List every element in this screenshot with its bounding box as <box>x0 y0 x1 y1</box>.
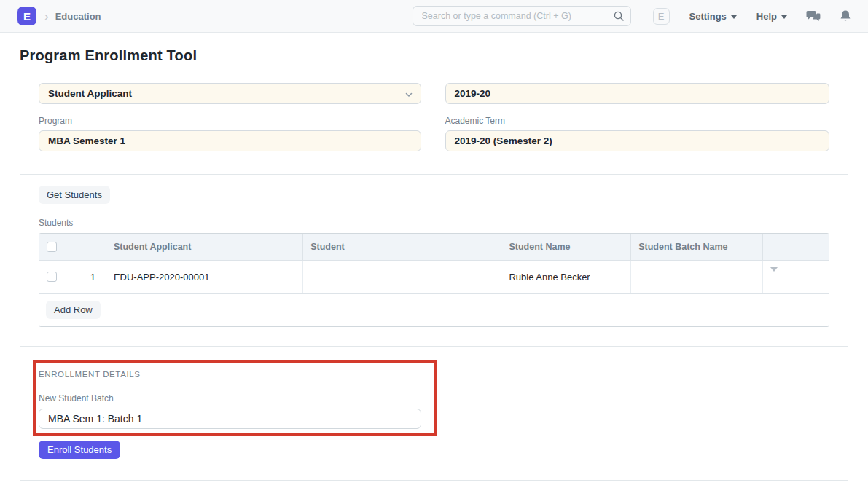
enrollment-section: ENROLLMENT DETAILS New Student Batch Enr… <box>20 347 848 480</box>
new-student-batch-label: New Student Batch <box>39 393 829 403</box>
settings-menu[interactable]: Settings <box>689 11 737 22</box>
cell-student-name[interactable]: Rubie Anne Becker <box>501 260 631 293</box>
students-grid: Student Applicant Student Student Name S… <box>39 233 829 327</box>
enrollment-details-heading: ENROLLMENT DETAILS <box>39 370 829 379</box>
academic-year-value: 2019-20 <box>455 88 491 99</box>
get-students-button[interactable]: Get Students <box>39 186 110 204</box>
academic-year-field[interactable]: 2019-20 <box>445 83 830 104</box>
new-student-batch-input[interactable] <box>39 409 421 429</box>
program-label: Program <box>39 116 423 126</box>
settings-label: Settings <box>689 11 727 22</box>
search-input[interactable] <box>413 6 631 26</box>
filters-col-right: 2019-20 Academic Term 2019-20 (Semester … <box>445 83 830 151</box>
filters-col-left: Student Applicant Program MBA Semester 1 <box>39 83 423 151</box>
table-row: 1 EDU-APP-2020-00001 Rubie Anne Becker <box>39 260 829 293</box>
row-checkbox[interactable] <box>47 272 57 282</box>
academic-term-field[interactable]: 2019-20 (Semester 2) <box>445 130 830 151</box>
col-header-actions <box>763 234 829 260</box>
chevron-down-icon <box>781 15 787 19</box>
col-header-student-applicant: Student Applicant <box>106 234 302 260</box>
global-search <box>413 6 631 26</box>
page-title: Program Enrollment Tool <box>20 47 197 64</box>
user-avatar[interactable]: E <box>653 8 670 25</box>
help-menu[interactable]: Help <box>756 11 787 22</box>
form-card: Student Applicant Program MBA Semester 1… <box>20 79 848 481</box>
col-header-student: Student <box>303 234 501 260</box>
grid-header-row: Student Applicant Student Student Name S… <box>39 234 829 260</box>
academic-term-label: Academic Term <box>445 116 830 126</box>
grid-footer: Add Row <box>39 293 829 326</box>
select-all-checkbox[interactable] <box>47 242 57 252</box>
chevron-down-icon <box>404 90 413 101</box>
program-value: MBA Semester 1 <box>48 135 125 146</box>
help-label: Help <box>756 11 777 22</box>
row-expand-caret-icon[interactable] <box>770 267 778 283</box>
filters-section: Student Applicant Program MBA Semester 1… <box>20 79 848 174</box>
chat-icon[interactable] <box>806 10 821 23</box>
program-field[interactable]: MBA Semester 1 <box>39 130 421 151</box>
students-grid-label: Students <box>39 218 829 228</box>
academic-term-value: 2019-20 (Semester 2) <box>455 135 552 146</box>
chevron-down-icon <box>731 15 737 19</box>
cell-student[interactable] <box>303 260 501 293</box>
search-icon[interactable] <box>613 10 625 25</box>
add-row-button[interactable]: Add Row <box>46 301 101 319</box>
navbar: E › Education E Settings Help <box>0 0 868 33</box>
col-header-student-name: Student Name <box>501 234 631 260</box>
students-section: Get Students Students Student Applicant … <box>20 175 848 346</box>
col-header-student-batch-name: Student Batch Name <box>631 234 763 260</box>
get-students-from-select[interactable]: Student Applicant <box>39 83 421 104</box>
breadcrumb[interactable]: Education <box>55 11 101 22</box>
get-students-from-value: Student Applicant <box>48 88 132 99</box>
enroll-students-button[interactable]: Enroll Students <box>39 441 120 459</box>
cell-student-applicant[interactable]: EDU-APP-2020-00001 <box>106 260 302 293</box>
cell-student-batch-name[interactable] <box>631 260 763 293</box>
chevron-right-icon: › <box>44 10 49 23</box>
app-logo[interactable]: E <box>17 7 36 25</box>
row-index: 1 <box>90 272 98 283</box>
page-head: Program Enrollment Tool <box>0 33 868 79</box>
bell-icon[interactable] <box>840 9 851 23</box>
